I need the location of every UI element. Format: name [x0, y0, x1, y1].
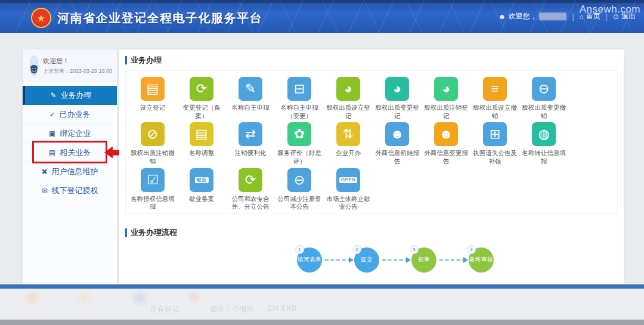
service-label: 名称转让信息填报: [519, 149, 568, 165]
bind-enterprise-icon: ▣: [49, 129, 55, 138]
offline-auth-icon: ✉: [41, 187, 47, 195]
service-label: 名称自主申报（变更）: [275, 104, 324, 120]
service-item[interactable]: ⊖公司减少注册资本公告: [275, 168, 324, 211]
service-item[interactable]: ☻外商信息初始报告: [373, 122, 422, 165]
services-title-text: 业务办理: [131, 55, 162, 66]
user-card: ☻ 欢迎您！ 上次登录：2023-03-29 10:00: [23, 49, 117, 82]
user-greeting: ☻ 欢迎您，: [499, 11, 567, 21]
done-business-icon: ✓: [49, 110, 55, 119]
sidebar-item-绑定企业[interactable]: ▣绑定企业: [23, 124, 117, 143]
service-item[interactable]: ⊖股权出质变更撤销: [519, 77, 568, 120]
flow-step-1: 1填写表单: [297, 247, 322, 273]
faded-background-text: 选中 1 个项目: [210, 304, 253, 314]
divider: |: [572, 13, 574, 21]
service-item[interactable]: ⊞执照遗失公告及补领: [470, 122, 519, 165]
title-accent-bar: [125, 56, 127, 64]
sidebar-item-label: 绑定企业: [60, 128, 91, 139]
service-item[interactable]: ☑名称授权信息填报: [128, 168, 177, 211]
service-item[interactable]: OPEN市场主体终止歇业公告: [324, 168, 373, 211]
clipboard-edit-icon: ✎: [239, 77, 262, 101]
service-item[interactable]: ⇅企业开办: [324, 122, 373, 165]
service-item[interactable]: ⊟名称自主申报（变更）: [275, 77, 324, 120]
sidebar-item-用户信息维护[interactable]: ✖用户信息维护: [23, 162, 117, 181]
sidebar-item-相关业务[interactable]: ▤相关业务: [23, 143, 117, 162]
service-label: 股权出质设立登记: [324, 104, 373, 120]
flow-section-title: 业务办理流程: [125, 227, 618, 238]
shield-minus-icon: ⊖: [287, 168, 311, 192]
icon-text: 歇业: [195, 177, 209, 183]
service-item[interactable]: ≡股权出质设立撤销: [470, 77, 519, 120]
wrench-icon: ✖: [41, 168, 47, 176]
transfer-icon: ⇄: [239, 122, 262, 146]
sidebar-item-已办业务[interactable]: ✓已办业务: [23, 105, 117, 124]
service-item[interactable]: ⇄注销便利化: [226, 122, 275, 165]
sidebar-item-label: 相关业务: [60, 147, 91, 158]
clipboard-icon: ▤: [190, 122, 213, 146]
service-item[interactable]: ▤名称调整: [177, 122, 226, 165]
related-business-icon: ▤: [49, 148, 55, 157]
service-item[interactable]: ☻外商信息变更报告: [422, 122, 470, 165]
flow-step-4: 4最终审核: [469, 247, 494, 273]
welcome-text: 欢迎您，: [508, 11, 537, 21]
faded-background-text: 134.4 KB: [267, 304, 296, 312]
watermark: Ansewh.com: [580, 4, 640, 16]
sidebar-item-label: 线下登记授权: [52, 185, 98, 196]
bottom-blue-bar: [0, 284, 644, 289]
service-label: 歇业备案: [177, 195, 226, 203]
list-cancel-icon: ≡: [483, 77, 507, 101]
flow-arrow: [325, 259, 351, 261]
sidebar: ☻ 欢迎您！ 上次登录：2023-03-29 10:00 ✎业务办理✓已办业务▣…: [23, 49, 117, 284]
service-label: 名称授权信息填报: [128, 195, 177, 211]
closed-business-icon: 歇业: [190, 168, 213, 192]
clipboard-refresh-icon: ⟳: [190, 77, 213, 101]
pie-chart-icon: ◕: [434, 77, 458, 101]
service-item[interactable]: ▤设立登记: [128, 77, 177, 120]
flow-step-3: 3初审: [411, 247, 436, 273]
service-item[interactable]: ◕股权出质变更登记: [373, 77, 422, 120]
service-item[interactable]: ✎名称自主申报: [226, 77, 275, 120]
person-icon: ☻: [385, 122, 409, 146]
service-item[interactable]: ◕股权出质注销登记: [422, 77, 470, 120]
service-item[interactable]: ⟳公司和农专合并、分立公告: [226, 168, 275, 211]
sidebar-item-label: 业务办理: [61, 90, 92, 101]
sidebar-item-线下登记授权[interactable]: ✉线下登记授权: [23, 181, 117, 200]
faded-background-text: 所有标记: [150, 304, 179, 314]
flower-icon: ✿: [287, 122, 311, 146]
app-header: ★ 河南省企业登记全程电子化服务平台 ☻ 欢迎您， | ⌂ 首页 | ⊙ 退出 …: [0, 0, 644, 33]
service-label: 变更登记（备案）: [177, 104, 226, 120]
service-label: 服务评价（好差评）: [275, 149, 324, 165]
step-label: 最终审核: [469, 256, 493, 264]
service-item[interactable]: ⟳变更登记（备案）: [177, 77, 226, 120]
doc-plus-icon: ⊞: [483, 122, 507, 146]
flow-arrow: [439, 259, 466, 261]
step-label: 提交: [361, 256, 373, 264]
service-label: 股权出质设立撤销: [470, 104, 519, 120]
step-number-badge: 3: [410, 245, 419, 254]
service-item[interactable]: ◕股权出质设立登记: [324, 77, 373, 120]
service-item[interactable]: ✿服务评价（好差评）: [275, 122, 324, 165]
circle-slash-icon: ⊘: [141, 122, 165, 146]
service-item[interactable]: ⊘股权出质注销撤销: [128, 122, 177, 165]
sidebar-item-业务办理[interactable]: ✎业务办理: [23, 86, 117, 105]
service-label: 公司减少注册资本公告: [275, 195, 324, 211]
title-accent-bar: [125, 228, 127, 237]
step-label: 初审: [418, 256, 430, 264]
sidebar-item-label: 用户信息维护: [52, 166, 98, 177]
user-icon: ☻: [499, 13, 506, 21]
service-item[interactable]: 歇业歇业备案: [177, 168, 226, 211]
service-label: 设立登记: [128, 104, 177, 112]
bottom-gray-strip: [0, 320, 644, 325]
service-label: 企业开办: [324, 149, 373, 157]
pie-chart-icon: ◕: [336, 77, 360, 101]
service-item[interactable]: ◍名称转让信息填报: [519, 122, 568, 165]
service-label: 股权出质注销撤销: [128, 149, 177, 165]
national-emblem-icon: ★: [31, 8, 51, 28]
step-label: 填写表单: [298, 256, 321, 264]
flow-arrow: [382, 259, 408, 261]
circular-list-icon: ◍: [532, 122, 556, 146]
last-login: 上次登录：2023-03-29 10:00: [43, 67, 112, 75]
brand: ★ 河南省企业登记全程电子化服务平台: [31, 3, 262, 33]
sidebar-menu: ✎业务办理✓已办业务▣绑定企业▤相关业务✖用户信息维护✉线下登记授权: [23, 86, 117, 200]
service-label: 公司和农专合并、分立公告: [226, 195, 275, 211]
person-icon: ☻: [434, 122, 458, 146]
